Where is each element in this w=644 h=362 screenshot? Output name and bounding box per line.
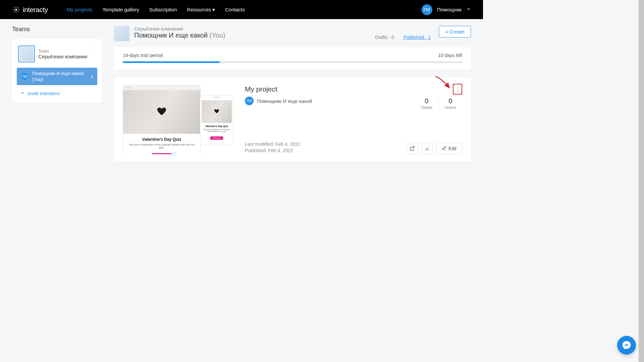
plus-icon xyxy=(20,90,25,96)
views-value: 0 xyxy=(421,97,432,105)
member-name: Помощник И еще какой (You) xyxy=(32,70,91,82)
chevron-down-icon[interactable] xyxy=(466,7,471,13)
phone-mock-sub: Test your knowledge of this popular fest… xyxy=(203,128,230,132)
org-image xyxy=(114,26,129,41)
project-more-button[interactable] xyxy=(453,84,462,95)
brand-text: interacty xyxy=(23,6,48,14)
svg-line-5 xyxy=(14,7,15,8)
author-name: Помощник И еще какой xyxy=(257,98,312,104)
logo-icon xyxy=(12,6,20,14)
sidebar: Teams Team Серьёзная компания ⋮ ПИ Помощ… xyxy=(12,26,102,162)
org-company: Серьёзная компания xyxy=(134,26,225,32)
project-side: 0 Views 0 Users xyxy=(407,85,462,154)
nav-my-projects[interactable]: My projects xyxy=(67,7,93,13)
member-item[interactable]: ПИ Помощник И еще какой (You) 1 xyxy=(17,68,97,85)
trial-card: 14-days trial period 10 days left xyxy=(114,47,471,70)
sidebar-title: Teams xyxy=(12,26,102,33)
user-avatar[interactable]: ПИ xyxy=(422,4,432,15)
nav-subscription[interactable]: Subscription xyxy=(149,7,177,13)
svg-line-8 xyxy=(17,7,18,8)
team-name: Серьёзная компания xyxy=(38,54,87,59)
invite-label: Invite members xyxy=(28,91,60,96)
pencil-icon xyxy=(442,146,446,152)
published-date: Published: Feb 4, 2022 xyxy=(245,147,395,154)
kebab-icon xyxy=(457,87,458,92)
org-title-main: Помощник И еще какой xyxy=(134,32,208,39)
caret-down-icon: ▾ xyxy=(212,7,215,13)
nav-resources-label: Resources xyxy=(187,7,211,12)
phone-mock-title: Valentine's Day Quiz xyxy=(203,125,230,127)
svg-point-0 xyxy=(15,9,17,10)
browser-mock: Valentine's Day Quiz Test your knowledge… xyxy=(123,85,201,154)
svg-line-7 xyxy=(14,11,15,12)
views-label: Views xyxy=(421,105,432,110)
member-avatar: ПИ xyxy=(21,72,29,80)
trial-progress xyxy=(123,61,462,63)
create-button[interactable]: + Create xyxy=(439,26,471,38)
stat-users: 0 Users xyxy=(439,97,462,110)
mock-title: Valentine's Day Quiz xyxy=(126,137,198,142)
author-avatar: ПИ xyxy=(245,97,254,105)
nav-contacts[interactable]: Contacts xyxy=(225,7,245,13)
open-external-button[interactable] xyxy=(407,143,418,154)
drafts-count[interactable]: Drafts · 0 xyxy=(375,35,394,40)
app-header: interacty My projects Template gallery S… xyxy=(0,0,483,19)
logo[interactable]: interacty xyxy=(12,6,48,14)
trial-label: 14-days trial period xyxy=(123,53,163,58)
org-title-you: (You) xyxy=(209,32,225,39)
member-count: 1 xyxy=(91,74,93,79)
svg-line-6 xyxy=(17,11,18,12)
team-item[interactable]: Team Серьёзная компания ⋮ xyxy=(17,44,97,64)
project-preview: Valentine's Day Quiz Test your knowledge… xyxy=(123,85,233,154)
nav-template-gallery[interactable]: Template gallery xyxy=(103,7,139,13)
mock-subtitle: Test your knowledge of this popular fest… xyxy=(126,143,198,149)
team-more-icon[interactable]: ⋮ xyxy=(91,46,96,53)
heart-icon xyxy=(214,109,219,114)
nav-resources[interactable]: Resources ▾ xyxy=(187,7,215,13)
heart-icon xyxy=(157,108,166,116)
teams-card: Team Серьёзная компания ⋮ ПИ Помощник И … xyxy=(12,39,102,103)
phone-mock: Valentine's Day Quiz Test your knowledge… xyxy=(200,95,233,145)
team-image xyxy=(18,46,35,62)
stat-views: 0 Views xyxy=(415,97,439,110)
project-card: Valentine's Day Quiz Test your knowledge… xyxy=(114,78,471,162)
project-title: My project xyxy=(245,85,395,93)
content: Серьёзная компания Помощник И еще какой … xyxy=(114,26,471,162)
org-title: Помощник И еще какой (You) xyxy=(134,32,225,39)
trial-remaining: 10 days left xyxy=(438,53,462,58)
users-label: Users xyxy=(445,105,456,110)
project-author: ПИ Помощник И еще какой xyxy=(245,97,395,105)
last-modified: Last modified: Feb 4, 2022 xyxy=(245,141,395,148)
user-name: Помощник xyxy=(437,7,462,12)
content-header: Серьёзная компания Помощник И еще какой … xyxy=(114,26,471,41)
team-label: Team xyxy=(38,49,87,54)
users-value: 0 xyxy=(445,97,456,105)
edit-label: Edit xyxy=(448,146,457,151)
edit-button[interactable]: Edit xyxy=(436,143,462,154)
invite-members[interactable]: Invite members xyxy=(17,88,97,98)
mock-start-button: Let's start xyxy=(152,153,171,154)
stats-button[interactable] xyxy=(421,143,433,154)
published-link[interactable]: Published · 1 xyxy=(404,35,431,40)
phone-mock-button: Let's start xyxy=(210,136,223,140)
arrow-annotation xyxy=(435,76,451,90)
project-info: My project ПИ Помощник И еще какой Last … xyxy=(245,85,395,154)
